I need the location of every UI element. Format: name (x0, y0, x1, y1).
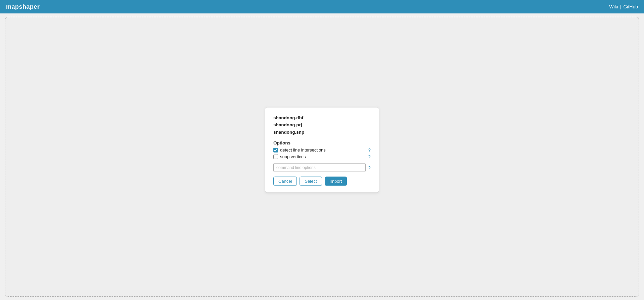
header: mapshaper Wiki | GitHub (0, 0, 644, 13)
detect-intersections-row: detect line intersections ? (273, 147, 371, 153)
github-link[interactable]: GitHub (623, 4, 638, 9)
wiki-link[interactable]: Wiki (609, 4, 618, 9)
header-divider: | (620, 4, 622, 9)
snap-vertices-label: snap vertices (280, 154, 306, 159)
import-button[interactable]: Import (325, 177, 347, 186)
file-list: shandong.dbf shandong.prj shandong.shp (273, 114, 371, 136)
main-drop-area[interactable]: shandong.dbf shandong.prj shandong.shp O… (5, 17, 639, 297)
cmd-options-row: ? (273, 163, 371, 172)
detect-intersections-help[interactable]: ? (368, 147, 371, 153)
app-title: mapshaper (6, 3, 40, 10)
detect-intersections-left: detect line intersections (273, 147, 326, 153)
snap-vertices-left: snap vertices (273, 154, 306, 159)
snap-vertices-row: snap vertices ? (273, 154, 371, 159)
cmd-options-input[interactable] (273, 163, 366, 172)
buttons-row: Cancel Select Import (273, 177, 371, 186)
snap-vertices-help[interactable]: ? (368, 154, 371, 159)
file-item: shandong.dbf (273, 114, 371, 121)
import-dialog: shandong.dbf shandong.prj shandong.shp O… (265, 107, 379, 193)
detect-intersections-label: detect line intersections (280, 147, 326, 153)
file-item: shandong.shp (273, 128, 371, 136)
detect-intersections-checkbox[interactable] (273, 147, 278, 152)
header-links: Wiki | GitHub (609, 4, 638, 9)
options-label: Options (273, 140, 371, 145)
cmd-options-help[interactable]: ? (368, 165, 371, 170)
options-section: Options detect line intersections ? snap… (273, 140, 371, 159)
snap-vertices-checkbox[interactable] (273, 154, 278, 159)
file-item: shandong.prj (273, 121, 371, 129)
cancel-button[interactable]: Cancel (273, 177, 297, 186)
select-button[interactable]: Select (300, 177, 322, 186)
